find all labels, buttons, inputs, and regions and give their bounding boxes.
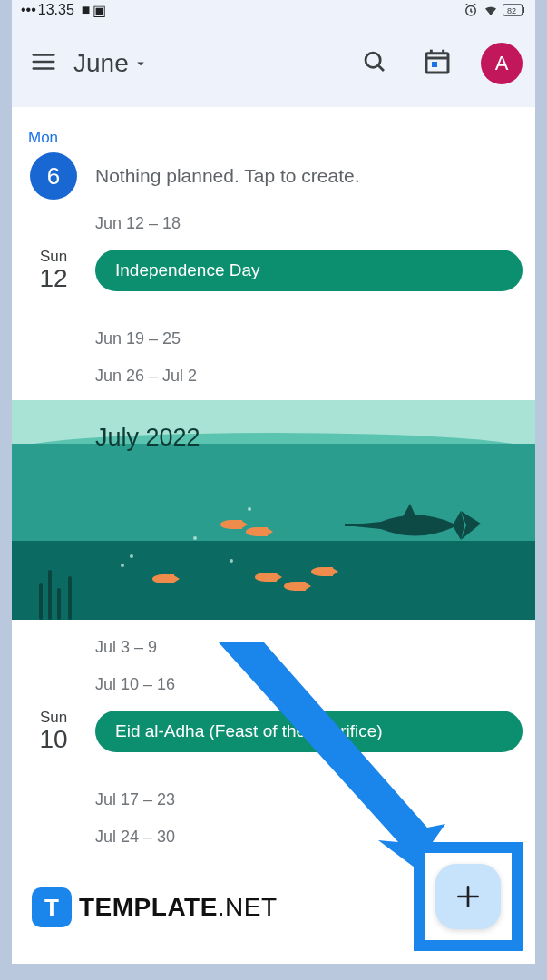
svg-point-7 xyxy=(366,53,380,67)
hamburger-icon xyxy=(30,48,57,75)
today-day-circle: 6 xyxy=(30,152,77,200)
month-label: June xyxy=(73,49,129,78)
alarm-icon xyxy=(463,2,479,18)
week-range: Jul 10 – 16 xyxy=(12,666,535,703)
week-range: Jul 17 – 23 xyxy=(12,781,535,818)
week-range: Jul 3 – 9 xyxy=(12,629,535,666)
avatar-letter: A xyxy=(495,52,509,75)
day-row: Sun 12 Independence Day xyxy=(12,242,535,299)
fab-highlight xyxy=(414,842,523,951)
create-event-fab[interactable] xyxy=(435,864,501,929)
month-selector[interactable]: June xyxy=(73,49,149,78)
account-avatar[interactable]: A xyxy=(481,43,523,84)
calendar-today-icon xyxy=(423,47,452,76)
weekday-label: Sun xyxy=(40,709,67,727)
svg-line-8 xyxy=(378,65,384,71)
app-top-bar: June A xyxy=(12,20,535,107)
schedule-list[interactable]: Mon 6 Nothing planned. Tap to create. Ju… xyxy=(12,107,535,856)
today-weekday: Mon xyxy=(12,129,535,147)
swordfish-icon xyxy=(345,498,499,553)
day-number: 12 xyxy=(39,264,67,293)
search-button[interactable] xyxy=(356,43,394,84)
event-chip[interactable]: Independence Day xyxy=(95,250,523,291)
wifi-icon xyxy=(483,2,499,18)
week-range: Jun 26 – Jul 2 xyxy=(12,358,535,395)
menu-button[interactable] xyxy=(21,39,66,88)
empty-state-text: Nothing planned. Tap to create. xyxy=(95,165,523,187)
week-range: Jun 12 – 18 xyxy=(12,205,535,242)
week-range: Jun 19 – 25 xyxy=(12,320,535,358)
day-number: 10 xyxy=(39,725,67,754)
plus-icon xyxy=(454,882,483,911)
status-bar: ••• 13.35 ■ ▣ 82 xyxy=(12,0,535,20)
event-chip[interactable]: Eid al-Adha (Feast of the Sacrifice) xyxy=(95,710,523,752)
battery-icon: 82 xyxy=(503,4,526,16)
month-banner-title: July 2022 xyxy=(95,424,200,452)
today-row[interactable]: 6 Nothing planned. Tap to create. xyxy=(12,147,535,205)
watermark-badge: T xyxy=(32,887,72,927)
event-title: Independence Day xyxy=(115,260,260,279)
status-time: 13.35 xyxy=(38,2,74,18)
weekday-label: Sun xyxy=(40,248,67,266)
search-icon xyxy=(361,48,388,75)
svg-rect-9 xyxy=(426,54,448,73)
svg-text:82: 82 xyxy=(507,6,516,15)
watermark: T TEMPLATE.NET xyxy=(32,887,278,927)
jump-to-today-button[interactable] xyxy=(417,42,457,85)
month-banner: July 2022 xyxy=(12,400,535,620)
day-row: Sun 10 Eid al-Adha (Feast of the Sacrifi… xyxy=(12,703,535,760)
svg-rect-2 xyxy=(523,7,524,13)
chevron-down-icon xyxy=(132,55,149,72)
event-title: Eid al-Adha (Feast of the Sacrifice) xyxy=(115,721,383,740)
